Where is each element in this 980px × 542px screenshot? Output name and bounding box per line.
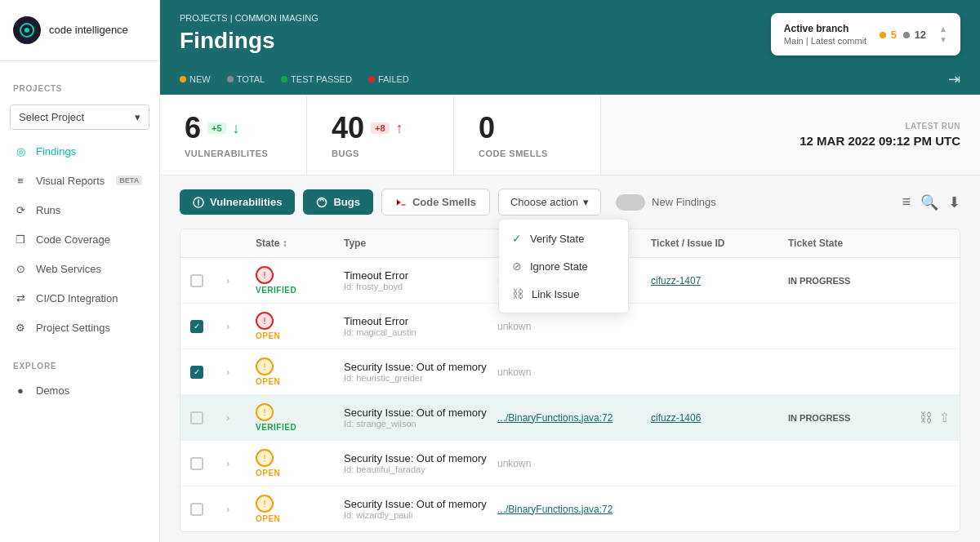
row-4-ticket-id[interactable]: cifuzz-1406 <box>651 412 782 424</box>
vulnerabilities-filter-label: Vulnerabilities <box>210 196 282 208</box>
code-smells-filter-btn[interactable]: Code Smells <box>381 189 490 215</box>
active-branch-name: Main | Latest commit <box>784 36 866 46</box>
choose-action-wrapper: Choose action ▾ ✓ Verify State ⊘ Ignore … <box>498 189 601 215</box>
choose-action-label: Choose action <box>510 196 578 208</box>
sidebar-item-web-services-label: Web Services <box>36 263 101 275</box>
row-4-expand[interactable]: › <box>226 412 249 424</box>
row-6-expand[interactable]: › <box>226 504 249 515</box>
row-5-expand[interactable]: › <box>226 458 249 469</box>
svg-point-3 <box>903 32 910 38</box>
col-ticket-id: Ticket / Issue ID <box>651 238 782 249</box>
sidebar-item-demos[interactable]: ● Demos <box>0 375 159 405</box>
new-findings-toggle[interactable] <box>616 194 645 211</box>
active-branch-label: Active branch <box>784 23 866 34</box>
row-1-expand[interactable]: › <box>226 275 249 287</box>
link-issue-item[interactable]: ⛓ Link Issue <box>499 280 628 308</box>
stat-latest-run: LATEST RUN 12 MAR 2022 09:12 PM UTC <box>601 95 980 175</box>
cicd-icon: ⇄ <box>13 291 28 305</box>
content-area: Vulnerabilities Bugs Code Smells Choose … <box>160 175 980 542</box>
row-2-severity-icon: ! <box>256 312 274 330</box>
row-5-checkbox[interactable] <box>190 457 203 470</box>
row-5-finding-id: Id: beautiful_faraday <box>344 464 491 474</box>
download-icon[interactable]: ⬇ <box>948 193 960 211</box>
row-4-finding-id: Id: strange_wilson <box>344 419 491 429</box>
row-2-expand[interactable]: › <box>226 321 249 332</box>
sidebar-item-project-settings[interactable]: ⚙ Project Settings <box>0 313 159 342</box>
sidebar-item-cicd[interactable]: ⇄ CI/CD Integration <box>0 283 159 313</box>
ignore-state-item[interactable]: ⊘ Ignore State <box>499 252 628 280</box>
row-5-state-badge: OPEN <box>256 469 337 478</box>
legend-new-label: NEW <box>189 74 211 84</box>
header-legend: NEW TOTAL TEST PASSED FAILED ⇥ <box>180 64 960 95</box>
bugs-filter-btn[interactable]: Bugs <box>303 189 373 215</box>
row-1-ticket-id[interactable]: cifuzz-1407 <box>651 275 782 287</box>
row-2-state-badge: OPEN <box>256 331 337 340</box>
row-4-source[interactable]: .../BinaryFunctions.java:72 <box>497 412 644 424</box>
row-3-finding-id: Id: heuristic_greider <box>344 373 491 383</box>
chevron-down-icon: ▾ <box>135 111 140 123</box>
row-1-checkbox[interactable] <box>190 274 203 287</box>
sidebar-item-code-coverage[interactable]: ❐ Code Coverage <box>0 224 159 254</box>
row-6-source[interactable]: .../BinaryFunctions.java:72 <box>497 504 644 515</box>
row-2-finding-id: Id: magical_austin <box>344 327 491 337</box>
filter-icon[interactable]: ≡ <box>902 193 911 211</box>
project-select[interactable]: Select Project ▾ <box>10 104 149 130</box>
choose-action-btn[interactable]: Choose action ▾ <box>498 189 601 215</box>
sidebar-item-web-services[interactable]: ⊙ Web Services <box>0 254 159 283</box>
legend-test-passed: TEST PASSED <box>281 74 352 84</box>
legend-test-passed-label: TEST PASSED <box>291 74 352 84</box>
legend-total-dot <box>227 76 234 82</box>
bugs-arrow-up-icon: ↑ <box>396 120 403 137</box>
table-row[interactable]: ✓ › ! OPEN Security Issue: Out of memory… <box>180 349 960 395</box>
search-icon[interactable]: 🔍 <box>920 193 938 211</box>
branch-count-total: 12 <box>903 29 926 41</box>
row-1-finding-name: Timeout Error <box>344 269 491 282</box>
unlink-icon[interactable]: ⛓ <box>920 411 933 425</box>
table-row[interactable]: › ! OPEN Security Issue: Out of memory I… <box>180 486 960 531</box>
sidebar-item-findings-label: Findings <box>36 145 76 158</box>
legend-failed-label: FAILED <box>378 74 409 84</box>
row-3-expand[interactable]: › <box>226 367 249 378</box>
share-icon[interactable]: ⇧ <box>939 410 950 425</box>
row-3-checkbox[interactable]: ✓ <box>190 366 203 379</box>
web-services-icon: ⊙ <box>13 261 28 276</box>
col-type: Type <box>344 238 491 249</box>
row-2-state: ! OPEN <box>256 312 337 340</box>
sidebar-item-cicd-label: CI/CD Integration <box>36 292 118 304</box>
legend-total: TOTAL <box>227 74 265 84</box>
sidebar-item-visual-reports[interactable]: ≡ Visual Reports BETA <box>0 166 159 195</box>
row-4-actions: ⛓ ⇧ <box>901 410 950 425</box>
sidebar-item-runs[interactable]: ⟳ Runs <box>0 195 159 224</box>
verify-state-item[interactable]: ✓ Verify State <box>499 224 628 252</box>
table-row[interactable]: › ! VERIFIED Security Issue: Out of memo… <box>180 395 960 441</box>
beta-badge: BETA <box>116 175 142 185</box>
row-6-checkbox[interactable] <box>190 503 203 516</box>
row-2-checkbox[interactable]: ✓ <box>190 320 203 333</box>
vulnerabilities-filter-btn[interactable]: Vulnerabilities <box>180 189 295 215</box>
stat-bugs-label: BUGS <box>332 149 429 158</box>
stat-bugs: 40 +8 ↑ BUGS <box>307 95 454 175</box>
row-4-checkbox[interactable] <box>190 411 203 424</box>
export-icon[interactable]: ⇥ <box>948 70 960 88</box>
stat-code-smells: 0 CODE SMELLS <box>454 95 601 175</box>
branch-chevron[interactable]: ▲ ▼ <box>939 24 947 44</box>
table-row[interactable]: › ! OPEN Security Issue: Out of memory I… <box>180 441 960 486</box>
legend-failed: FAILED <box>368 74 409 84</box>
col-ticket-state: Ticket State <box>788 238 894 249</box>
row-6-type: Security Issue: Out of memory Id: wizard… <box>344 498 491 520</box>
verify-icon: ✓ <box>512 232 522 245</box>
row-1-severity-icon: ! <box>256 266 274 284</box>
sidebar-item-findings[interactable]: ◎ Findings <box>0 136 159 166</box>
breadcrumb-projects: PROJECTS <box>180 13 228 23</box>
visual-reports-icon: ≡ <box>13 173 28 188</box>
row-3-state-badge: OPEN <box>256 377 337 386</box>
sidebar: code intelligence PROJECTS Select Projec… <box>0 0 160 542</box>
stat-code-smells-label: CODE SMELLS <box>479 149 576 158</box>
page-header: PROJECTS | COMMON IMAGING Findings Activ… <box>160 0 980 95</box>
row-4-finding-name: Security Issue: Out of memory <box>344 406 491 419</box>
legend-total-label: TOTAL <box>237 74 265 84</box>
row-2-source: unkown <box>497 321 644 332</box>
svg-point-2 <box>880 32 886 38</box>
sidebar-item-visual-reports-label: Visual Reports <box>36 175 105 187</box>
stats-bar: 6 +5 ↓ VULNERABILITES 40 +8 ↑ BUGS 0 COD… <box>160 95 980 175</box>
